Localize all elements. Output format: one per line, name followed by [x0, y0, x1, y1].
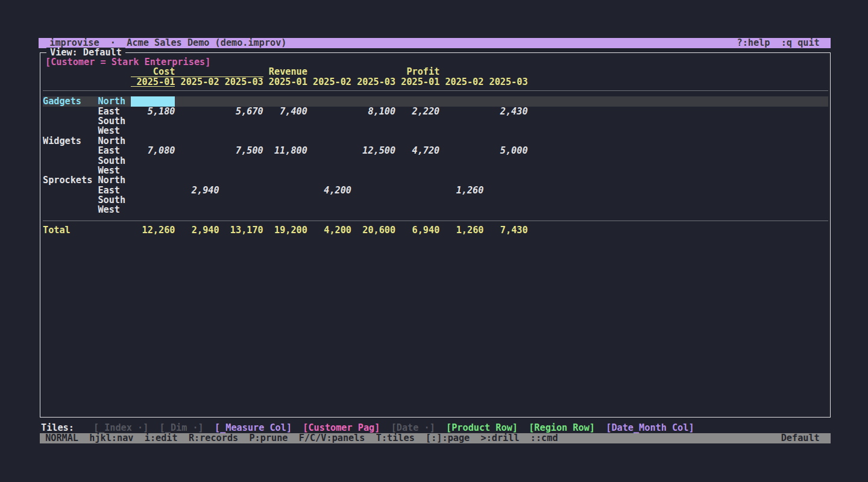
- value-cell[interactable]: [351, 205, 395, 214]
- value-cell[interactable]: 2,940: [175, 186, 219, 195]
- value-cell[interactable]: [307, 96, 351, 106]
- table-row[interactable]: West: [43, 166, 828, 175]
- value-cell[interactable]: [395, 126, 439, 136]
- value-cell[interactable]: [439, 205, 483, 214]
- value-cell[interactable]: [307, 116, 351, 126]
- column-header[interactable]: 2025-03: [483, 77, 527, 87]
- table-row[interactable]: East7,0807,50011,80012,5004,7205,000: [43, 146, 828, 155]
- column-header[interactable]: 2025-03: [219, 77, 263, 87]
- value-cell[interactable]: [175, 175, 219, 185]
- value-cell[interactable]: [219, 126, 263, 136]
- column-header[interactable]: 2025-02: [307, 77, 351, 87]
- value-cell[interactable]: [175, 116, 219, 126]
- tile-product[interactable]: [Product Row]: [446, 423, 518, 433]
- table-row[interactable]: WidgetsNorth: [43, 136, 828, 146]
- value-cell[interactable]: [439, 116, 483, 126]
- value-cell[interactable]: 8,100: [351, 107, 395, 116]
- tile-index[interactable]: [_Index ·]: [93, 423, 148, 433]
- value-cell[interactable]: [483, 166, 527, 175]
- table-row[interactable]: West: [43, 205, 828, 214]
- value-cell[interactable]: 7,080: [131, 146, 175, 155]
- value-cell[interactable]: 4,720: [395, 146, 439, 155]
- value-cell[interactable]: [219, 136, 263, 146]
- table-row[interactable]: East5,1805,6707,4008,1002,2202,430: [43, 107, 828, 116]
- value-cell[interactable]: [351, 175, 395, 185]
- value-cell[interactable]: 2,430: [483, 107, 527, 116]
- value-cell[interactable]: [263, 136, 307, 146]
- measure-group-revenue[interactable]: Revenue: [263, 67, 395, 77]
- value-cell[interactable]: [439, 175, 483, 185]
- value-cell[interactable]: [483, 136, 527, 146]
- value-cell[interactable]: [307, 156, 351, 166]
- value-cell[interactable]: [263, 126, 307, 136]
- value-cell[interactable]: [263, 156, 307, 166]
- table-row[interactable]: South: [43, 156, 828, 166]
- value-cell[interactable]: [175, 205, 219, 214]
- value-cell[interactable]: [131, 126, 175, 136]
- value-cell[interactable]: [175, 156, 219, 166]
- value-cell[interactable]: 5,180: [131, 107, 175, 116]
- value-cell[interactable]: [439, 166, 483, 175]
- value-cell[interactable]: [395, 116, 439, 126]
- value-cell[interactable]: [351, 166, 395, 175]
- value-cell[interactable]: [175, 107, 219, 116]
- value-cell[interactable]: [439, 96, 483, 106]
- value-cell[interactable]: 12,500: [351, 146, 395, 155]
- value-cell[interactable]: [263, 116, 307, 126]
- table-row[interactable]: East2,9404,2001,260: [43, 186, 828, 195]
- filter-badge[interactable]: [Customer = Stark Enterprises]: [43, 57, 828, 67]
- value-cell[interactable]: [131, 195, 175, 205]
- value-cell[interactable]: [219, 116, 263, 126]
- value-cell[interactable]: [439, 136, 483, 146]
- value-cell[interactable]: [483, 96, 527, 106]
- value-cell[interactable]: [263, 96, 307, 106]
- tile-dim[interactable]: [_Dim ·]: [160, 423, 204, 433]
- value-cell[interactable]: [307, 195, 351, 205]
- value-cell[interactable]: [219, 175, 263, 185]
- value-cell[interactable]: [439, 156, 483, 166]
- value-cell[interactable]: [219, 96, 263, 106]
- value-cell[interactable]: [395, 156, 439, 166]
- tile-date[interactable]: [Date ·]: [391, 423, 435, 433]
- value-cell[interactable]: [395, 205, 439, 214]
- table-row[interactable]: GadgetsNorth: [43, 96, 828, 106]
- value-cell[interactable]: [131, 136, 175, 146]
- measure-group-cost[interactable]: Cost: [131, 67, 263, 77]
- value-cell[interactable]: [219, 195, 263, 205]
- value-cell[interactable]: 2,220: [395, 107, 439, 116]
- value-cell[interactable]: [219, 186, 263, 195]
- value-cell[interactable]: [483, 126, 527, 136]
- value-cell[interactable]: [219, 156, 263, 166]
- value-cell[interactable]: [395, 136, 439, 146]
- column-header[interactable]: 2025-02: [175, 77, 219, 87]
- value-cell[interactable]: 5,000: [483, 146, 527, 155]
- value-cell[interactable]: [483, 195, 527, 205]
- value-cell[interactable]: [351, 126, 395, 136]
- value-cell[interactable]: 4,200: [307, 186, 351, 195]
- measure-group-profit[interactable]: Profit: [395, 67, 527, 77]
- value-cell[interactable]: [395, 166, 439, 175]
- value-cell[interactable]: [439, 126, 483, 136]
- tile-customer[interactable]: [Customer Pag]: [303, 423, 380, 433]
- value-cell[interactable]: [131, 116, 175, 126]
- value-cell[interactable]: [483, 175, 527, 185]
- value-cell[interactable]: [131, 205, 175, 214]
- table-row[interactable]: West: [43, 126, 828, 136]
- value-cell[interactable]: [219, 166, 263, 175]
- value-cell[interactable]: [351, 136, 395, 146]
- value-cell[interactable]: [175, 146, 219, 155]
- cursor-cell[interactable]: [131, 96, 175, 106]
- value-cell[interactable]: [175, 166, 219, 175]
- value-cell[interactable]: [263, 195, 307, 205]
- value-cell[interactable]: [351, 96, 395, 106]
- value-cell[interactable]: [483, 186, 527, 195]
- value-cell[interactable]: [263, 205, 307, 214]
- value-cell[interactable]: [395, 186, 439, 195]
- value-cell[interactable]: [175, 96, 219, 106]
- value-cell[interactable]: [307, 205, 351, 214]
- value-cell[interactable]: [175, 126, 219, 136]
- value-cell[interactable]: [263, 175, 307, 185]
- column-header[interactable]: 2025-01: [131, 77, 175, 87]
- value-cell[interactable]: [307, 166, 351, 175]
- value-cell[interactable]: [439, 107, 483, 116]
